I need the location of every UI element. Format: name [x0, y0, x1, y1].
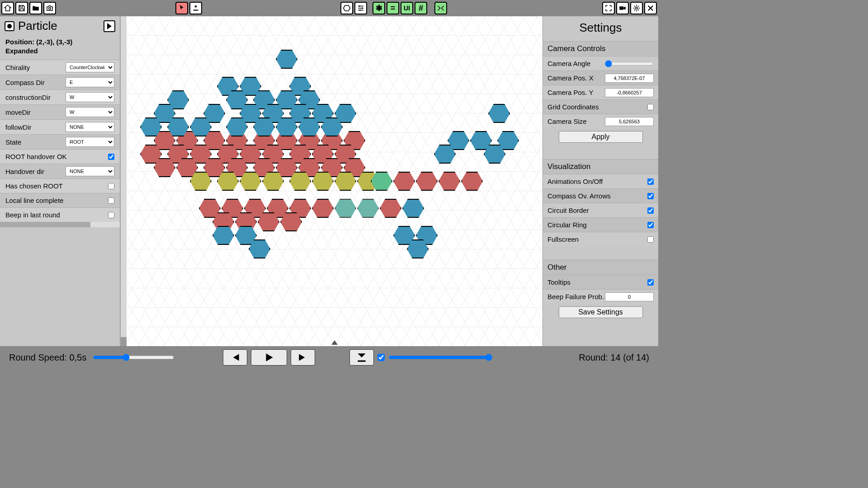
hexagon-icon[interactable]	[340, 2, 353, 14]
left-hscroll[interactable]	[0, 222, 120, 227]
canvas-bottom-marker	[331, 340, 338, 345]
camera-icon[interactable]	[43, 2, 56, 14]
left-vscroll[interactable]	[120, 16, 127, 346]
settings-panel: Settings Camera Controls Camera Angle Ca…	[542, 16, 658, 346]
select-constructiondir[interactable]: W	[66, 92, 114, 102]
hex-canvas[interactable]	[127, 16, 542, 346]
svg-point-6	[636, 7, 638, 9]
particle-type-icon	[5, 21, 14, 31]
svg-point-0	[49, 8, 51, 10]
hex-red[interactable]	[439, 172, 460, 191]
home-icon[interactable]	[1, 2, 14, 14]
check-local-line-complete[interactable]	[108, 197, 114, 204]
select-chirality[interactable]: CounterClockwise	[66, 62, 114, 72]
fullscreen-icon[interactable]	[602, 2, 615, 14]
gear-icon[interactable]	[630, 2, 643, 14]
hex-blue[interactable]	[276, 50, 297, 69]
select-handover-dir[interactable]: NONE	[66, 166, 114, 176]
hex-red[interactable]	[380, 199, 401, 218]
check-beep-in-last-round[interactable]	[108, 212, 114, 218]
svg-point-4	[359, 9, 361, 11]
save-icon[interactable]	[15, 2, 28, 14]
skip-forward-button[interactable]	[291, 349, 315, 366]
hex-teal[interactable]	[357, 199, 379, 218]
round-slider[interactable]	[388, 354, 492, 361]
check-has-chosen-root[interactable]	[108, 183, 114, 189]
hex-blue[interactable]	[212, 226, 234, 245]
camera-size-input[interactable]	[605, 117, 654, 126]
particle-panel: Particle Position: (2,-3), (3,-3) Expand…	[0, 16, 120, 346]
beep-prob-input[interactable]	[605, 292, 654, 301]
round-check[interactable]	[377, 354, 385, 361]
move-icon[interactable]	[189, 2, 202, 14]
top-toolbar: ✱ = UI #	[0, 0, 658, 16]
bottom-bar: Round Speed: 0,5s Round: 14 (of 14)	[0, 346, 658, 369]
hash-icon[interactable]: #	[415, 2, 427, 14]
close-icon[interactable]	[644, 2, 657, 14]
viz-circuit-border[interactable]	[647, 207, 654, 214]
viz-animations-on-off[interactable]	[647, 178, 654, 185]
camera-section: Camera Controls	[543, 41, 658, 56]
camera-y-input[interactable]	[605, 88, 654, 97]
camera-x-input[interactable]	[605, 74, 654, 83]
camera-angle-slider[interactable]	[605, 60, 654, 67]
select-state[interactable]: ROOT	[66, 137, 114, 147]
hex-red[interactable]	[312, 199, 334, 218]
apply-button[interactable]: Apply	[559, 131, 643, 143]
other-section: Other	[543, 260, 658, 275]
camera-angle-label: Camera Angle	[547, 60, 605, 67]
main-area: Particle Position: (2,-3), (3,-3) Expand…	[0, 16, 658, 346]
hex-blue[interactable]	[488, 104, 510, 123]
svg-rect-5	[619, 6, 623, 10]
hex-red[interactable]	[461, 172, 483, 191]
select-compass-dir[interactable]: E	[66, 77, 114, 87]
pointer-icon[interactable]	[175, 2, 188, 14]
hex-teal[interactable]	[335, 199, 356, 218]
check-root-handover-ok[interactable]	[108, 154, 114, 160]
tooltips-check[interactable]	[647, 279, 654, 286]
round-speed-label: Round Speed: 0,5s	[9, 352, 86, 363]
settings-title: Settings	[543, 16, 658, 41]
hex-blue[interactable]	[402, 199, 424, 218]
hex-settings-icon[interactable]	[354, 2, 367, 14]
open-icon[interactable]	[29, 2, 42, 14]
svg-point-2	[359, 5, 360, 7]
ui-icon[interactable]: UI	[401, 2, 413, 14]
collapse-icon[interactable]	[434, 2, 447, 14]
select-movedir[interactable]: W	[66, 107, 114, 117]
round-speed-slider[interactable]	[93, 354, 174, 361]
snowflake-icon[interactable]: ✱	[373, 2, 385, 14]
select-followdir[interactable]: NONE	[66, 122, 114, 132]
skip-back-button[interactable]	[223, 349, 247, 366]
particle-title: Particle	[18, 19, 57, 33]
jump-end-button[interactable]	[349, 349, 374, 366]
hex-red[interactable]	[393, 172, 415, 191]
record-icon[interactable]	[616, 2, 629, 14]
viz-section: Visualization	[543, 159, 658, 174]
round-label: Round: 14 (of 14)	[579, 352, 649, 363]
grid-coord-check[interactable]	[647, 104, 654, 110]
viz-compass-ov-arrows[interactable]	[647, 193, 654, 199]
play-button[interactable]	[251, 349, 287, 366]
viz-circular-ring[interactable]	[647, 222, 654, 228]
hex-red[interactable]	[416, 172, 438, 191]
equals-icon[interactable]: =	[387, 2, 399, 14]
particle-position: Position: (2,-3), (3,-3) Expanded	[0, 36, 120, 60]
save-settings-button[interactable]: Save Settings	[559, 306, 643, 318]
svg-point-1	[195, 5, 197, 8]
viz-fullscreen[interactable]	[647, 236, 654, 243]
svg-point-3	[362, 8, 363, 9]
particle-play-button[interactable]	[104, 20, 115, 32]
